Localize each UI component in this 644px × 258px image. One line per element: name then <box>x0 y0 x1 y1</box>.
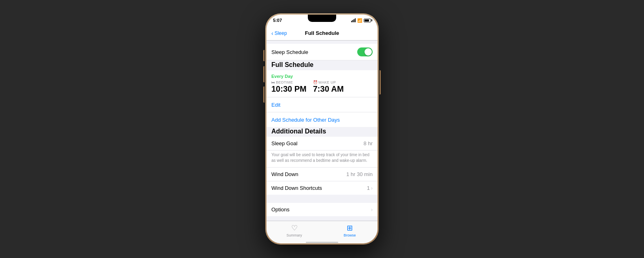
phone-shell: 5:07 📶 ‹ Sl <box>265 13 379 245</box>
sleep-goal-row[interactable]: Sleep Goal 8 hr <box>267 137 377 150</box>
tab-summary[interactable]: ♡ Summary <box>267 224 322 237</box>
options-chevron-icon: › <box>371 207 373 213</box>
chevron-left-icon: ‹ <box>271 30 273 37</box>
volume-down-button <box>263 86 264 103</box>
notch <box>308 15 336 22</box>
wind-down-shortcuts-row[interactable]: Wind Down Shortcuts 1 › <box>267 181 377 195</box>
bed-icon: 🛏 <box>271 80 275 84</box>
bottom-spacer <box>267 216 377 221</box>
bedtime-value: 10:30 PM <box>271 84 307 93</box>
sleep-schedule-label: Sleep Schedule <box>271 49 308 55</box>
sleep-schedule-row: Sleep Schedule <box>267 44 377 60</box>
back-label: Sleep <box>275 30 287 36</box>
sleep-goal-card: Sleep Goal 8 hr Your goal will be used t… <box>267 137 377 168</box>
every-day-card: Every Day 🛏 BEDTIME 10:30 PM <box>267 70 377 127</box>
browse-icon: ⊞ <box>347 224 353 232</box>
home-bar <box>306 242 338 243</box>
chevron-right-icon: › <box>371 185 373 191</box>
heart-icon: ♡ <box>291 224 298 232</box>
sleep-goal-description: Your goal will be used to keep track of … <box>267 150 377 168</box>
every-day-label: Every Day <box>271 74 293 79</box>
tab-browse-label: Browse <box>343 233 356 237</box>
wind-down-shortcuts-value: 1 › <box>367 185 373 191</box>
wakeup-label: WAKE UP <box>318 80 336 84</box>
sleep-schedule-toggle[interactable] <box>357 47 373 56</box>
options-row[interactable]: Options › <box>267 203 377 216</box>
bedtime-label: BEDTIME <box>276 80 293 84</box>
options-label: Options <box>271 206 290 213</box>
status-icons: 📶 <box>351 18 371 23</box>
scroll-content[interactable]: Sleep Schedule Full Schedule Every Day <box>267 41 377 221</box>
status-time: 5:07 <box>273 18 282 23</box>
edit-row[interactable]: Edit <box>267 97 377 112</box>
tab-summary-label: Summary <box>286 233 302 237</box>
wind-down-shortcuts-label: Wind Down Shortcuts <box>271 185 322 191</box>
wakeup-value: 7:30 AM <box>313 84 344 93</box>
full-schedule-title: Full Schedule <box>271 61 313 69</box>
signal-icon <box>351 18 356 22</box>
wind-down-row[interactable]: Wind Down 1 hr 30 min <box>267 168 377 181</box>
additional-details-section-header: Additional Details <box>267 127 377 137</box>
add-schedule-link: Add Schedule for Other Days <box>271 117 340 123</box>
add-schedule-row[interactable]: Add Schedule for Other Days <box>267 112 377 127</box>
bedtime-block: 🛏 BEDTIME 10:30 PM <box>271 80 307 93</box>
sleep-goal-value: 8 hr <box>364 140 373 146</box>
screen-content: 5:07 📶 ‹ Sl <box>267 15 377 243</box>
tab-bar: ♡ Summary ⊞ Browse <box>267 221 377 241</box>
edit-link: Edit <box>271 102 280 108</box>
tab-browse[interactable]: ⊞ Browse <box>322 224 377 237</box>
full-schedule-section-header: Full Schedule <box>267 60 377 70</box>
wifi-icon: 📶 <box>357 18 362 23</box>
schedule-times: 🛏 BEDTIME 10:30 PM ⏰ WAKE UP 7:3 <box>271 80 344 93</box>
status-bar: 5:07 📶 <box>267 15 377 26</box>
mute-button <box>263 50 264 61</box>
home-indicator <box>267 241 377 243</box>
alarm-icon: ⏰ <box>313 80 318 84</box>
schedule-times-row: Every Day 🛏 BEDTIME 10:30 PM <box>267 70 377 97</box>
page-title: Full Schedule <box>305 30 339 36</box>
wakeup-block: ⏰ WAKE UP 7:30 AM <box>313 80 344 93</box>
sleep-goal-label: Sleep Goal <box>271 140 297 146</box>
additional-details-title: Additional Details <box>271 128 326 135</box>
power-button <box>380 70 381 95</box>
battery-icon <box>364 19 371 22</box>
spacer <box>267 41 377 44</box>
phone-screen: 5:07 📶 ‹ Sl <box>267 15 377 243</box>
back-button[interactable]: ‹ Sleep <box>271 30 287 37</box>
navigation-bar: ‹ Sleep Full Schedule <box>267 26 377 41</box>
wind-down-label: Wind Down <box>271 171 298 177</box>
wind-down-value: 1 hr 30 min <box>346 171 373 177</box>
section-divider <box>267 195 377 203</box>
volume-up-button <box>263 66 264 82</box>
